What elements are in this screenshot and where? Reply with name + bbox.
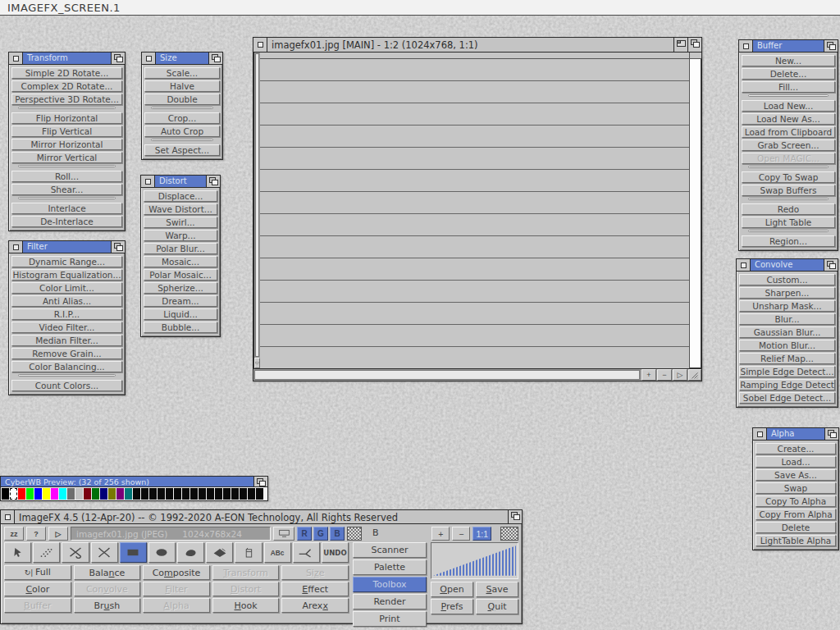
oval-tool-icon[interactable] <box>148 542 176 563</box>
palette-button[interactable]: Relief Map... <box>739 353 835 364</box>
palette-button[interactable]: Motion Blur... <box>739 340 835 351</box>
color-swatch[interactable] <box>207 488 214 500</box>
close-icon[interactable] <box>9 52 23 64</box>
menu-button[interactable]: Arexx <box>281 598 349 613</box>
action-button[interactable]: Save <box>476 582 518 597</box>
color-swatch[interactable] <box>26 488 34 500</box>
palette-button[interactable]: Ramping Edge Detect <box>739 379 835 390</box>
palette-button[interactable]: Load New As... <box>742 113 835 125</box>
menu-button[interactable]: Distort <box>212 582 280 596</box>
color-swatch[interactable] <box>174 488 181 500</box>
smear-tool-icon[interactable] <box>293 542 320 563</box>
palette-button[interactable]: Roll... <box>11 171 122 182</box>
close-icon[interactable] <box>142 52 156 64</box>
palette-button[interactable]: Simple 2D Rotate... <box>11 67 122 79</box>
palette-button[interactable]: Light Table <box>742 217 835 228</box>
palette-button[interactable]: Complex 2D Rotate... <box>11 80 122 92</box>
blue-channel-button[interactable]: B <box>330 527 345 541</box>
distort-titlebar[interactable]: Distort <box>141 176 220 188</box>
red-channel-button[interactable]: R <box>297 527 312 541</box>
dither-preview-icon[interactable] <box>347 527 362 541</box>
palette-button[interactable]: Swap Buffers <box>742 185 835 196</box>
palette-button[interactable]: Polar Mosaic... <box>144 269 217 281</box>
zoom-one-to-one-button[interactable]: 1:1 <box>472 527 491 541</box>
screen-titlebar[interactable]: IMAGEFX_SCREEN.1 <box>0 0 840 16</box>
palette-button[interactable]: Interlace <box>11 203 122 214</box>
palette-button[interactable]: Load New... <box>742 100 835 112</box>
panel-button[interactable]: Toolbox <box>353 577 427 592</box>
color-swatch[interactable] <box>75 488 83 500</box>
panel-button[interactable]: Scanner <box>353 542 427 558</box>
horizontal-scroll-thumb[interactable] <box>254 370 640 380</box>
palette-button[interactable]: Crop... <box>144 112 220 124</box>
palette-button[interactable]: Grab Screen... <box>742 139 835 151</box>
panel-button[interactable]: Print <box>353 611 427 627</box>
color-swatch[interactable] <box>166 488 173 500</box>
help-button[interactable]: ? <box>26 527 46 541</box>
transform-titlebar[interactable]: Transform <box>9 52 125 65</box>
palette-button[interactable]: Gaussian Blur... <box>739 326 835 338</box>
close-icon[interactable] <box>753 428 767 440</box>
color-swatch[interactable] <box>51 488 58 500</box>
resize-handle-icon[interactable] <box>688 369 701 381</box>
palette-button[interactable]: Displace... <box>144 190 217 202</box>
palette-button[interactable]: Open MAGIC... <box>742 153 835 164</box>
palette-button[interactable]: Copy To Swap <box>742 171 835 183</box>
color-swatch[interactable] <box>248 488 255 500</box>
palette-button[interactable]: Simple Edge Detect... <box>739 366 835 377</box>
menu-button[interactable]: Alpha <box>143 598 210 613</box>
palette-button[interactable]: Wave Distort... <box>144 203 217 215</box>
color-swatch[interactable] <box>199 488 206 500</box>
palette-button[interactable]: Dynamic Range... <box>11 256 122 267</box>
color-swatch[interactable] <box>149 488 157 500</box>
depth-icon[interactable] <box>253 477 267 486</box>
close-icon[interactable] <box>1 510 15 523</box>
screen-mode-icon[interactable] <box>254 358 260 368</box>
palette-button[interactable]: Delete <box>756 522 836 533</box>
menu-button[interactable]: Effect <box>281 582 349 596</box>
vertical-scroll-thumb[interactable] <box>255 53 259 357</box>
depth-icon[interactable] <box>824 40 838 52</box>
freehand-crop-tool-icon[interactable] <box>91 542 118 563</box>
menu-button[interactable]: Full <box>4 565 71 580</box>
color-swatch[interactable] <box>133 488 140 500</box>
palette-button[interactable]: Median Filter... <box>11 335 122 346</box>
palette-button[interactable]: Delete... <box>742 68 835 80</box>
palette-button[interactable]: R.I.P... <box>11 308 122 320</box>
panel-button[interactable]: Render <box>353 594 427 609</box>
zoom-gadget-icon[interactable] <box>673 38 687 52</box>
close-icon[interactable] <box>141 176 155 187</box>
menu-button[interactable]: Buffer <box>4 598 71 613</box>
color-swatch[interactable] <box>92 488 99 500</box>
polygon-tool-icon[interactable] <box>206 542 233 563</box>
palette-button[interactable]: Flip Vertical <box>11 126 122 137</box>
depth-icon[interactable] <box>508 510 522 523</box>
color-swatch[interactable] <box>182 488 189 500</box>
fill-tool-icon[interactable] <box>235 542 262 563</box>
depth-icon[interactable] <box>111 241 125 253</box>
palette-button[interactable]: Copy From Alpha <box>756 509 836 520</box>
pan-button[interactable]: ▷ <box>673 369 687 381</box>
palette-button[interactable]: Region... <box>742 235 835 247</box>
palette-button[interactable]: Mirror Horizontal <box>11 139 122 150</box>
color-swatch[interactable] <box>108 488 116 500</box>
menu-button[interactable]: Composite <box>143 565 210 580</box>
palette-button[interactable]: Create... <box>756 443 836 454</box>
color-swatch[interactable] <box>116 488 124 500</box>
palette-button[interactable]: Set Aspect... <box>144 144 220 156</box>
green-channel-button[interactable]: G <box>313 527 328 541</box>
zoom-in-button[interactable]: + <box>431 527 450 541</box>
buffer-titlebar[interactable]: Buffer <box>739 40 838 52</box>
action-button[interactable]: Prefs <box>431 599 473 614</box>
palette-button[interactable]: Histogram Equalization... <box>11 269 122 281</box>
color-swatch[interactable] <box>43 488 50 500</box>
palette-button[interactable]: Save As... <box>756 469 836 481</box>
depth-icon[interactable] <box>687 38 701 52</box>
undo-button[interactable]: UNDO <box>322 542 349 563</box>
palette-button[interactable]: Copy To Alpha <box>756 495 836 507</box>
palette-button[interactable]: Liquid... <box>144 308 217 320</box>
panel-button[interactable]: Palette <box>353 559 427 575</box>
cyberwb-titlebar[interactable]: CyberWB Preview: (32 of 256 shown) <box>1 477 267 487</box>
depth-icon[interactable] <box>824 428 838 440</box>
palette-button[interactable]: Spherize... <box>144 282 217 294</box>
